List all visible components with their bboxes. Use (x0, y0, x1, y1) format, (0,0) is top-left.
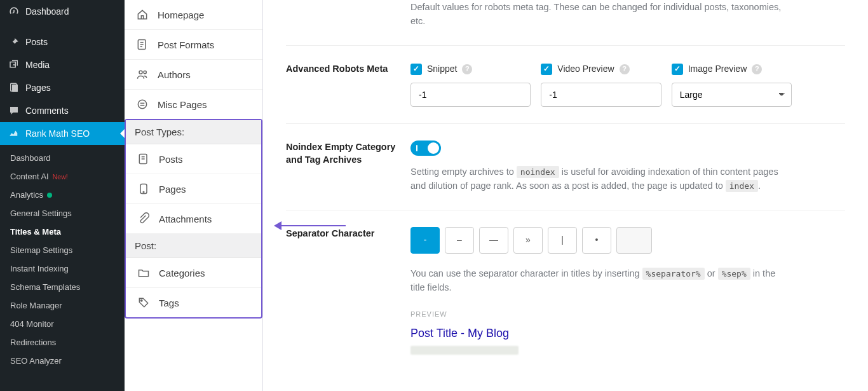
preview-label: PREVIEW (410, 309, 792, 320)
help-icon[interactable]: ? (620, 64, 630, 74)
subnav-role-manager[interactable]: Role Manager (0, 296, 125, 315)
nav-pages[interactable]: Pages (0, 76, 125, 99)
nav-posts[interactable]: Posts (0, 31, 125, 53)
subnav-404-monitor[interactable]: 404 Monitor (0, 315, 125, 333)
page-icon (8, 81, 20, 94)
video-label: Video Preview (557, 62, 614, 76)
field-label-robots: Advanced Robots Meta (286, 62, 410, 107)
section-header-post-types: Post Types: (126, 120, 261, 144)
separator-options: - – — » | • (410, 227, 792, 254)
nav-label: Rank Math SEO (25, 128, 90, 139)
comment-icon (8, 104, 20, 117)
svg-rect-1 (12, 85, 18, 92)
misc-icon (136, 98, 149, 111)
users-icon (136, 68, 149, 81)
separator-option-custom[interactable] (616, 227, 652, 254)
field-label-separator: Separator Character (286, 227, 410, 355)
subnav-schema-templates[interactable]: Schema Templates (0, 278, 125, 296)
media-icon (8, 58, 20, 71)
separator-description: You can use the separator character in t… (410, 266, 792, 295)
new-badge: New! (53, 173, 68, 181)
separator-option[interactable]: | (548, 227, 577, 254)
nav-media[interactable]: Media (0, 53, 125, 76)
subnav-redirections[interactable]: Redirections (0, 333, 125, 352)
field-label-noindex: Noindex Empty Category and Tag Archives (286, 141, 410, 193)
preview-title: Post Title - My Blog (410, 325, 792, 343)
tab-categories[interactable]: Categories (126, 258, 261, 288)
settings-subpanel: Homepage Post Formats Authors Misc Pages… (125, 0, 263, 391)
folder-icon (137, 266, 150, 279)
tab-posts[interactable]: Posts (126, 144, 261, 174)
subnav-dashboard[interactable]: Dashboard (0, 149, 125, 167)
section-header-post: Post: (126, 234, 261, 258)
tab-post-formats[interactable]: Post Formats (125, 30, 262, 60)
image-select[interactable]: Large (672, 83, 792, 107)
tab-pages[interactable]: Pages (126, 174, 261, 204)
subnav-instant-indexing[interactable]: Instant Indexing (0, 259, 125, 278)
separator-option[interactable]: • (582, 227, 611, 254)
nav-rankmath[interactable]: Rank Math SEO (0, 122, 125, 145)
tab-attachments[interactable]: Attachments (126, 204, 261, 234)
snippet-label: Snippet (427, 62, 457, 76)
separator-option[interactable]: – (445, 227, 474, 254)
svg-point-15 (143, 191, 144, 193)
separator-option[interactable]: — (479, 227, 508, 254)
svg-point-7 (144, 71, 146, 74)
help-icon[interactable]: ? (462, 64, 472, 74)
tab-tags[interactable]: Tags (126, 288, 261, 317)
image-label: Image Preview (688, 62, 747, 76)
post-icon (137, 153, 150, 165)
subnav-content-ai[interactable]: Content AINew! (0, 167, 125, 186)
wp-admin-sidebar: Dashboard Posts Media Pages Comments Ran… (0, 0, 125, 391)
highlighted-section: Post Types: Posts Pages Attachments Post… (125, 119, 262, 319)
page-alt-icon (137, 182, 150, 195)
svg-point-8 (138, 100, 146, 108)
pin-icon (8, 36, 20, 48)
noindex-description: Setting empty archives to noindex is use… (410, 165, 792, 193)
tab-homepage[interactable]: Homepage (125, 0, 262, 30)
snippet-input[interactable] (410, 83, 531, 107)
subnav-analytics[interactable]: Analytics (0, 186, 125, 204)
tag-icon (137, 296, 150, 309)
separator-option[interactable]: - (410, 227, 440, 254)
tab-misc-pages[interactable]: Misc Pages (125, 90, 262, 119)
nav-label: Pages (25, 83, 51, 93)
video-checkbox[interactable]: ✓ (541, 64, 552, 75)
video-input[interactable] (541, 83, 661, 107)
clip-icon (137, 212, 150, 225)
svg-point-6 (139, 71, 142, 74)
settings-content: Default values for robots meta tag. Thes… (263, 0, 868, 391)
preview-url-placeholder (410, 346, 519, 355)
subnav-titles-meta[interactable]: Titles & Meta (0, 223, 125, 241)
nav-label: Posts (25, 37, 48, 47)
help-icon[interactable]: ? (752, 64, 762, 74)
separator-option[interactable]: » (513, 227, 543, 254)
gauge-icon (8, 5, 20, 18)
subnav-seo-analyzer[interactable]: SEO Analyzer (0, 352, 125, 370)
status-dot-icon (47, 193, 52, 198)
home-icon (136, 8, 149, 21)
noindex-toggle[interactable] (410, 141, 441, 156)
image-checkbox[interactable]: ✓ (672, 64, 683, 75)
nav-label: Dashboard (25, 6, 69, 17)
nav-label: Comments (25, 106, 69, 116)
seo-icon (8, 127, 20, 140)
nav-dashboard[interactable]: Dashboard (0, 0, 125, 23)
nav-label: Media (25, 60, 50, 70)
tab-authors[interactable]: Authors (125, 60, 262, 90)
svg-point-16 (140, 299, 142, 301)
formats-icon (136, 38, 149, 51)
subnav-general-settings[interactable]: General Settings (0, 204, 125, 223)
subnav-sitemap-settings[interactable]: Sitemap Settings (0, 241, 125, 259)
intro-text: Default values for robots meta tag. Thes… (410, 0, 792, 29)
nav-comments[interactable]: Comments (0, 99, 125, 122)
snippet-checkbox[interactable]: ✓ (410, 64, 422, 75)
